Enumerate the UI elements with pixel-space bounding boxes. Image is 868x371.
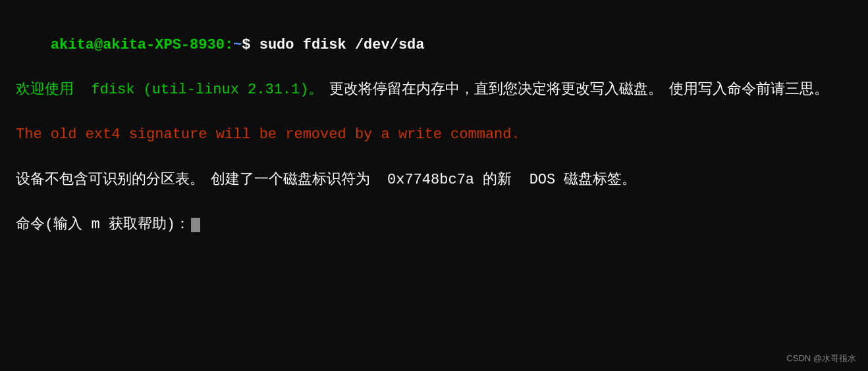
prompt-line: akita@akita-XPS-8930:~$ sudo fdisk /dev/… xyxy=(16,12,852,79)
dollar-sign: $ xyxy=(242,37,250,53)
empty-line-3 xyxy=(16,191,852,214)
info-line-4: 创建了一个磁盘标识符为 0x7748bc7a 的新 DOS 磁盘标签。 xyxy=(211,172,637,188)
at-sign: @ xyxy=(94,37,103,53)
command-input-prompt[interactable]: 命令(输入 m 获取帮助)： xyxy=(16,214,852,236)
empty-line-1 xyxy=(16,101,852,124)
colon: : xyxy=(225,37,233,53)
username: akita xyxy=(51,37,94,53)
info-line-2: 使用写入命令前请三思。 xyxy=(669,82,828,98)
warning-line: The old ext4 signature will be removed b… xyxy=(16,126,520,143)
welcome-line: 欢迎使用 fdisk (util-linux 2.31.1)。 xyxy=(16,82,323,98)
watermark: CSDN @水哥很水 xyxy=(786,353,856,364)
command-text: sudo fdisk /dev/sda xyxy=(250,37,424,53)
info-line-1: 更改将停留在内存中，直到您决定将更改写入磁盘。 xyxy=(329,82,663,98)
info-line-3: 设备不包含可识别的分区表。 xyxy=(16,172,204,188)
command-prompt-text: 命令(输入 m 获取帮助)： xyxy=(16,214,190,236)
tilde: ~ xyxy=(233,37,242,53)
terminal-window: akita@akita-XPS-8930:~$ sudo fdisk /dev/… xyxy=(0,0,868,371)
cursor xyxy=(191,218,200,232)
hostname: akita-XPS-8930 xyxy=(103,37,225,53)
empty-line-2 xyxy=(16,147,852,169)
